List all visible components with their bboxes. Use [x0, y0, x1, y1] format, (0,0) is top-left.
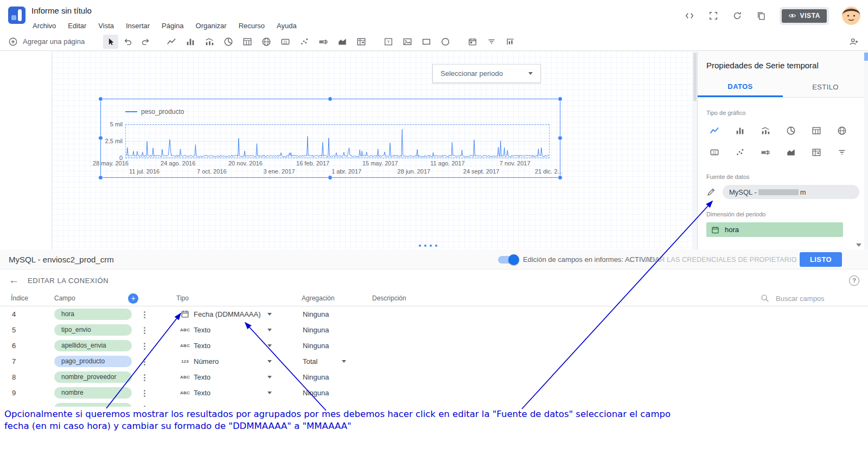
rectangle-icon[interactable] [421, 36, 432, 47]
menu-archivo[interactable]: Archivo [31, 22, 62, 30]
data-control-icon[interactable] [505, 36, 516, 47]
done-button[interactable]: LISTO [800, 252, 842, 267]
code-icon[interactable] [684, 10, 695, 21]
chevron-down-icon[interactable] [267, 344, 272, 347]
menu-organizar[interactable]: Organizar [190, 22, 233, 30]
add-page-button[interactable]: Agregar una página [8, 36, 85, 47]
resize-handle[interactable] [558, 175, 563, 180]
page-title[interactable]: Informe sin título [31, 6, 92, 15]
field-chip[interactable]: nombre_proveedor [54, 371, 132, 383]
resize-handle[interactable] [98, 97, 103, 101]
combo-chart-icon[interactable] [204, 36, 215, 47]
field-options-icon[interactable] [144, 357, 145, 367]
panel-scrollbar[interactable] [864, 52, 868, 249]
geo-map-icon[interactable] [261, 36, 272, 47]
field-aggregation[interactable]: Ninguna [303, 310, 329, 318]
view-button[interactable]: VISTA [782, 9, 827, 23]
line-chart-icon[interactable] [166, 36, 177, 47]
chart-type-line-chart-icon[interactable] [706, 123, 723, 139]
table-icon[interactable] [242, 36, 253, 47]
field-type-dropdown[interactable]: Número [194, 357, 219, 365]
owner-credentials-button[interactable]: USAR LAS CREDENCIALES DE PROPIETARIO [646, 256, 797, 264]
menu-editar[interactable]: Editar [62, 22, 92, 30]
copy-pages-icon[interactable] [756, 10, 767, 21]
menu-vista[interactable]: Vista [92, 22, 120, 30]
area-chart-icon[interactable] [337, 36, 348, 47]
field-chip[interactable]: apellidos_envia [54, 340, 132, 351]
chart-type-bar-chart-icon[interactable] [732, 123, 748, 139]
field-editing-toggle[interactable] [498, 256, 518, 264]
field-chip[interactable]: tipo_envio [54, 324, 132, 336]
field-type-dropdown[interactable]: Fecha (DDMMAAAA) [194, 310, 261, 318]
chevron-down-icon[interactable] [267, 376, 272, 379]
chart-type-table-icon[interactable] [808, 123, 825, 139]
field-type-dropdown[interactable]: Texto [194, 342, 210, 350]
datasource-chip[interactable]: MySQL - m [723, 185, 859, 199]
tab-estilo[interactable]: ESTILO [783, 77, 868, 97]
field-aggregation[interactable]: Ninguna [303, 373, 329, 381]
search-input[interactable] [776, 294, 857, 303]
pivot-icon[interactable] [356, 36, 367, 47]
chart-type-filter-icon[interactable] [834, 144, 850, 161]
field-options-icon[interactable] [144, 342, 145, 351]
select-tool-button[interactable] [103, 35, 118, 49]
avatar[interactable] [842, 7, 860, 25]
edit-datasource-pencil-icon[interactable] [706, 187, 716, 197]
chevron-down-icon[interactable] [267, 360, 272, 363]
field-aggregation[interactable]: Ninguna [303, 342, 329, 350]
page-navigation-dots[interactable] [419, 245, 437, 247]
report-canvas[interactable]: Seleccionar periodo peso_producto 5 mil2… [0, 52, 697, 249]
field-options-icon[interactable] [144, 389, 145, 398]
field-chip[interactable]: pago_producto [54, 356, 132, 367]
canvas-scrollbar[interactable] [693, 52, 697, 249]
field-chip[interactable]: nombre [54, 387, 132, 399]
text-icon[interactable]: T [383, 36, 394, 47]
tab-datos[interactable]: DATOS [698, 77, 783, 97]
filter-icon[interactable] [486, 36, 497, 47]
menu-recurso[interactable]: Recurso [233, 22, 271, 30]
field-aggregation[interactable]: Ninguna [303, 389, 329, 397]
resize-handle[interactable] [98, 175, 103, 180]
chart-type-combo-chart-icon[interactable] [757, 123, 774, 139]
undo-icon[interactable] [123, 36, 133, 47]
chart-type-area-chart-icon[interactable] [783, 144, 799, 161]
chart-type-pie-chart-icon[interactable] [783, 123, 799, 139]
period-dimension-chip[interactable]: hora [706, 222, 843, 237]
chart-type-geo-map-icon[interactable] [834, 123, 850, 139]
field-chip[interactable]: hora [54, 309, 132, 320]
chevron-down-icon[interactable] [267, 313, 272, 316]
chevron-down-icon[interactable] [267, 329, 272, 331]
field-type-dropdown[interactable]: Texto [194, 326, 210, 334]
scatter-icon[interactable] [299, 36, 310, 47]
resize-handle[interactable] [558, 136, 563, 140]
scroll-down-icon[interactable] [856, 243, 861, 247]
back-arrow-icon[interactable]: ← [9, 274, 19, 286]
add-field-button[interactable]: + [128, 293, 138, 304]
chevron-down-icon[interactable] [267, 392, 272, 394]
field-type-dropdown[interactable]: Texto [194, 373, 210, 381]
timeseries-chart[interactable]: peso_producto 5 mil2,5 mil0 28 may. 2016… [100, 99, 560, 178]
field-aggregation[interactable]: Total [303, 357, 317, 365]
fullscreen-icon[interactable] [708, 10, 719, 21]
resize-handle[interactable] [558, 97, 563, 101]
pie-chart-icon[interactable] [223, 36, 234, 47]
menu-ayuda[interactable]: Ayuda [271, 22, 303, 30]
date-range-control[interactable]: Seleccionar periodo [432, 64, 541, 83]
menu-insertar[interactable]: Insertar [120, 22, 156, 30]
bullet-icon[interactable] [318, 36, 329, 47]
redo-icon[interactable] [140, 36, 151, 47]
image-icon[interactable] [402, 36, 413, 47]
circle-icon[interactable] [440, 36, 451, 47]
chart-type-scatter-icon[interactable] [732, 144, 748, 161]
menu-pgina[interactable]: Página [156, 22, 189, 30]
chart-type-bullet-icon[interactable] [757, 144, 774, 161]
person-add-icon[interactable] [848, 36, 859, 47]
chevron-down-icon[interactable] [342, 360, 346, 363]
help-icon[interactable]: ? [849, 275, 859, 286]
resize-handle[interactable] [328, 97, 333, 101]
field-type-dropdown[interactable]: Texto [194, 389, 210, 397]
chart-type-scorecard-icon[interactable]: 21 [706, 144, 723, 161]
resize-handle[interactable] [328, 175, 333, 180]
date-range-icon[interactable] [467, 36, 478, 47]
scorecard-icon[interactable]: 21 [280, 36, 291, 47]
